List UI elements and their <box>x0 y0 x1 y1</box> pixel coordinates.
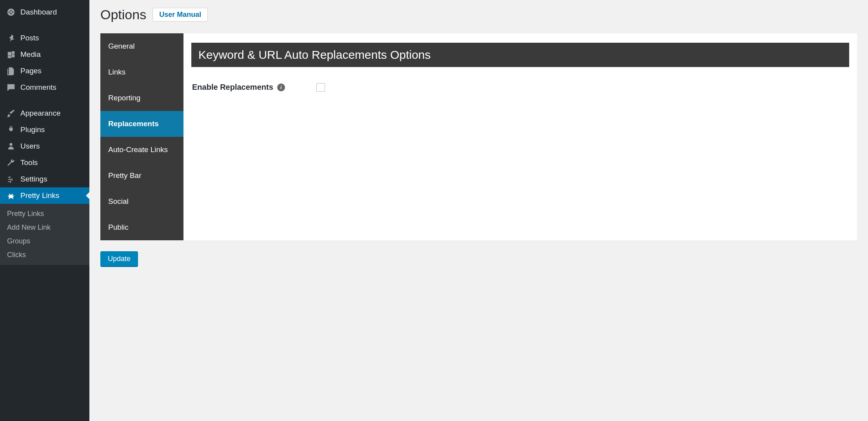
update-button[interactable]: Update <box>100 251 138 267</box>
sidebar-item-comments[interactable]: Comments <box>0 79 89 96</box>
info-icon[interactable]: i <box>277 83 285 91</box>
tab-general[interactable]: General <box>100 33 183 59</box>
enable-replacements-text: Enable Replacements <box>192 83 273 92</box>
enable-replacements-row: Enable Replacements i <box>191 83 849 92</box>
sidebar-item-plugins[interactable]: Plugins <box>0 122 89 138</box>
media-icon <box>5 50 16 59</box>
brush-icon <box>5 109 16 118</box>
sidebar-item-label: Comments <box>20 83 56 92</box>
sidebar-item-label: Plugins <box>20 125 45 134</box>
submenu-item-groups[interactable]: Groups <box>0 234 89 248</box>
tab-links[interactable]: Links <box>100 59 183 85</box>
sidebar-item-settings[interactable]: Settings <box>0 171 89 187</box>
sidebar-item-label: Tools <box>20 158 38 167</box>
sliders-icon <box>5 175 16 183</box>
user-manual-button[interactable]: User Manual <box>153 8 208 22</box>
submenu-item-add-new-link[interactable]: Add New Link <box>0 221 89 234</box>
admin-sidebar: Dashboard Posts Media Pages Comments App… <box>0 0 89 421</box>
submenu-item-pretty-links[interactable]: Pretty Links <box>0 207 89 221</box>
sidebar-item-dashboard[interactable]: Dashboard <box>0 4 89 20</box>
tab-replacements[interactable]: Replacements <box>100 111 183 137</box>
sidebar-item-label: Appearance <box>20 109 60 118</box>
pin-icon <box>5 34 16 42</box>
sidebar-item-label: Pages <box>20 67 42 75</box>
tab-auto-create-links[interactable]: Auto-Create Links <box>100 137 183 163</box>
sidebar-item-media[interactable]: Media <box>0 46 89 63</box>
options-tabs: General Links Reporting Replacements Aut… <box>100 33 183 240</box>
plug-icon <box>5 125 16 134</box>
sidebar-item-label: Settings <box>20 175 47 183</box>
enable-replacements-label: Enable Replacements i <box>192 83 285 92</box>
tab-reporting[interactable]: Reporting <box>100 85 183 111</box>
pages-icon <box>5 67 16 75</box>
sidebar-item-label: Dashboard <box>20 8 57 16</box>
tab-pretty-bar[interactable]: Pretty Bar <box>100 163 183 189</box>
sidebar-item-posts[interactable]: Posts <box>0 30 89 46</box>
star-icon <box>5 191 16 200</box>
enable-replacements-checkbox[interactable] <box>316 83 325 92</box>
sidebar-item-tools[interactable]: Tools <box>0 154 89 171</box>
sidebar-item-label: Posts <box>20 34 39 42</box>
sidebar-item-label: Media <box>20 50 41 59</box>
submenu-item-clicks[interactable]: Clicks <box>0 248 89 262</box>
sidebar-item-label: Pretty Links <box>20 191 59 200</box>
sidebar-item-pretty-links[interactable]: Pretty Links <box>0 187 89 204</box>
page-header: Options User Manual <box>100 7 857 22</box>
wrench-icon <box>5 158 16 167</box>
sidebar-submenu: Pretty Links Add New Link Groups Clicks <box>0 204 89 265</box>
tab-social[interactable]: Social <box>100 189 183 214</box>
user-icon <box>5 142 16 151</box>
sidebar-item-users[interactable]: Users <box>0 138 89 154</box>
panel-content: Keyword & URL Auto Replacements Options … <box>183 33 857 240</box>
dashboard-icon <box>5 8 16 16</box>
options-panel: General Links Reporting Replacements Aut… <box>100 33 857 240</box>
main-content: Options User Manual General Links Report… <box>89 0 868 421</box>
sidebar-item-pages[interactable]: Pages <box>0 63 89 79</box>
section-title: Keyword & URL Auto Replacements Options <box>191 43 849 67</box>
page-title: Options <box>100 7 146 22</box>
comment-icon <box>5 83 16 92</box>
sidebar-item-label: Users <box>20 142 40 151</box>
tab-public[interactable]: Public <box>100 214 183 240</box>
sidebar-item-appearance[interactable]: Appearance <box>0 105 89 122</box>
